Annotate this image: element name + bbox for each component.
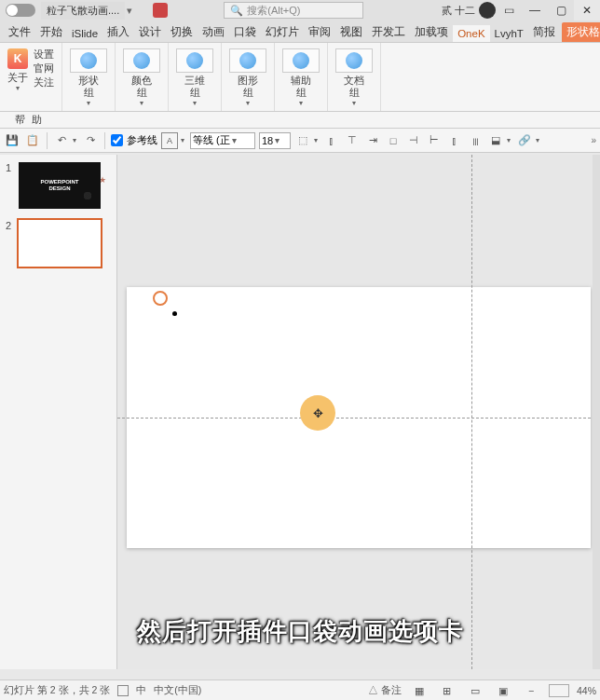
toolbar-overflow-icon[interactable]: » (591, 135, 596, 145)
thumbnail-row-1[interactable]: 1 POWERPOINTDESIGN ★ (0, 158, 116, 216)
threed-group-label: 三维 (184, 75, 205, 86)
slide-thumbnail-pane[interactable]: 1 POWERPOINTDESIGN ★ 2 (0, 155, 117, 669)
undo-drop-icon[interactable]: ▾ (73, 136, 76, 144)
redo-button[interactable]: ↷ (82, 132, 99, 149)
tab-pocket[interactable]: 口袋 (229, 22, 261, 42)
maximize-button[interactable]: ▢ (548, 0, 574, 21)
align-button-6[interactable]: ⊣ (405, 132, 422, 149)
shape-group-sub: 组 (84, 86, 94, 100)
ribbon-group-assist[interactable]: 辅助 组 ▾ (275, 43, 328, 111)
slide-canvas-area[interactable] (117, 155, 600, 669)
tab-design[interactable]: 设计 (134, 22, 166, 42)
view-sorter-button[interactable]: ⊞ (437, 685, 457, 696)
color-group-drop-icon: ▾ (140, 99, 143, 107)
secondary-toolbar: 💾 📋 ↶▾ ↷ 参考线 A▾ 等线 (正▾ 18▾ ⬚▾ ⫿ ⊤ ⇥ □ ⊣ … (0, 129, 600, 153)
close-button[interactable]: ✕ (574, 0, 600, 21)
tab-shape-format[interactable]: 形状格式 (562, 22, 600, 42)
selected-shape-ring[interactable] (153, 291, 168, 306)
thumbnail-row-2[interactable]: 2 (0, 216, 116, 274)
tab-lvyh[interactable]: LvyhT (490, 25, 528, 42)
lang-indicator-icon[interactable] (117, 685, 129, 696)
color-group-label: 颜色 (131, 75, 152, 86)
tab-insert[interactable]: 插入 (102, 22, 134, 42)
font-size-select[interactable]: 18▾ (259, 132, 291, 149)
align-button-1[interactable]: ⬚ (294, 132, 311, 149)
tab-developer[interactable]: 开发工 (367, 22, 410, 42)
username-label: 贰 十二 (442, 4, 475, 18)
textbox-button[interactable]: A (161, 132, 178, 149)
ribbon-group-color[interactable]: 颜色 组 ▾ (116, 43, 169, 111)
paste-button[interactable]: 📋 (24, 132, 41, 149)
textbox-drop-icon[interactable]: ▾ (181, 136, 184, 144)
lang-label[interactable]: 中文(中国) (154, 684, 201, 697)
ribbon-group-graphic[interactable]: 图形 组 ▾ (222, 43, 275, 111)
website-link-2[interactable]: 关注 (34, 76, 54, 89)
tab-file[interactable]: 文件 (4, 22, 35, 42)
slide-thumbnail-1[interactable]: POWERPOINTDESIGN (19, 162, 101, 209)
align-drop-1[interactable]: ▾ (314, 136, 318, 144)
guide-horizontal[interactable] (117, 418, 600, 419)
align-button-3[interactable]: ⊤ (344, 132, 361, 149)
view-normal-button[interactable]: ▦ (409, 685, 430, 696)
align-drop-10[interactable]: ▾ (507, 136, 511, 144)
shape-group-icon (70, 48, 107, 73)
tab-transition[interactable]: 切换 (166, 22, 198, 42)
chain-drop[interactable]: ▾ (536, 136, 539, 144)
notes-button[interactable]: △ 备注 (368, 684, 402, 697)
align-button-9[interactable]: ⫼ (467, 132, 484, 149)
title-dropdown-icon[interactable]: ▾ (127, 5, 132, 17)
tab-home[interactable]: 开始 (35, 22, 67, 42)
document-title[interactable]: 粒子飞散动画.... (41, 2, 125, 20)
tab-review[interactable]: 审阅 (304, 22, 335, 42)
save-button[interactable]: 💾 (4, 132, 20, 149)
tab-view[interactable]: 视图 (335, 22, 367, 42)
lang-short[interactable]: 中 (136, 684, 146, 697)
about-button[interactable]: K 关于 ▾ (7, 48, 28, 92)
tab-brief[interactable]: 简报 (528, 22, 560, 42)
align-button-7[interactable]: ⊢ (426, 132, 443, 149)
tab-addins[interactable]: 加载项 (410, 22, 453, 42)
view-slideshow-button[interactable]: ▣ (493, 685, 513, 696)
align-button-5[interactable]: □ (385, 132, 402, 149)
slide-counter: 幻灯片 第 2 张，共 2 张 (4, 684, 110, 697)
tab-islide[interactable]: iSlide (67, 25, 102, 42)
undo-button[interactable]: ↶ (53, 132, 70, 149)
tab-animation[interactable]: 动画 (198, 22, 229, 42)
tab-slideshow[interactable]: 幻灯片 (261, 22, 304, 42)
vertical-scrollbar[interactable] (593, 155, 600, 669)
zoom-slider[interactable] (549, 684, 569, 697)
assist-group-sub: 组 (296, 86, 307, 100)
shape-dot[interactable] (172, 311, 177, 316)
autosave-toggle[interactable] (6, 4, 35, 17)
settings-link[interactable]: 设置 (34, 48, 54, 62)
ribbon-group-3d[interactable]: 三维 组 ▾ (169, 43, 222, 111)
ribbon-group-shape[interactable]: 形状 组 ▾ (62, 43, 116, 111)
chain-button[interactable]: 🔗 (516, 132, 533, 149)
minimize-button[interactable]: — (522, 0, 548, 21)
search-box[interactable]: 🔍 搜索(Alt+Q) (224, 2, 363, 19)
zoom-out-button[interactable]: − (521, 685, 541, 696)
website-link-1[interactable]: 官网 (34, 62, 54, 75)
thumb-number-1: 1 (6, 162, 13, 173)
tab-onekey[interactable]: OneK (453, 25, 489, 42)
zoom-label[interactable]: 44% (577, 685, 596, 696)
ribbon-display-button[interactable]: ▭ (496, 0, 522, 21)
guides-checkbox[interactable] (111, 134, 123, 146)
threed-group-drop-icon: ▾ (193, 99, 197, 107)
align-button-8[interactable]: ⫿ (446, 132, 463, 149)
view-reading-button[interactable]: ▭ (465, 685, 485, 696)
save-icon[interactable] (153, 3, 168, 18)
about-label: 关于 (7, 71, 28, 85)
guide-vertical[interactable] (471, 155, 472, 669)
align-button-4[interactable]: ⇥ (364, 132, 381, 149)
ribbon-group-title-help: 帮 助 (0, 112, 600, 129)
user-account[interactable]: 贰 十二 (442, 2, 496, 19)
slide-thumbnail-2[interactable] (19, 220, 101, 267)
align-button-2[interactable]: ⫿ (323, 132, 340, 149)
font-name-select[interactable]: 等线 (正▾ (190, 132, 255, 149)
ribbon: K 关于 ▾ 设置 官网 关注 形状 组 ▾ 颜色 组 ▾ 三维 组 ▾ 图形 … (0, 43, 600, 112)
graphic-group-icon (229, 48, 266, 73)
ribbon-group-doc[interactable]: 文档 组 ▾ (328, 43, 381, 111)
align-button-10[interactable]: ⬓ (487, 132, 504, 149)
doc-group-label: 文档 (344, 75, 364, 86)
